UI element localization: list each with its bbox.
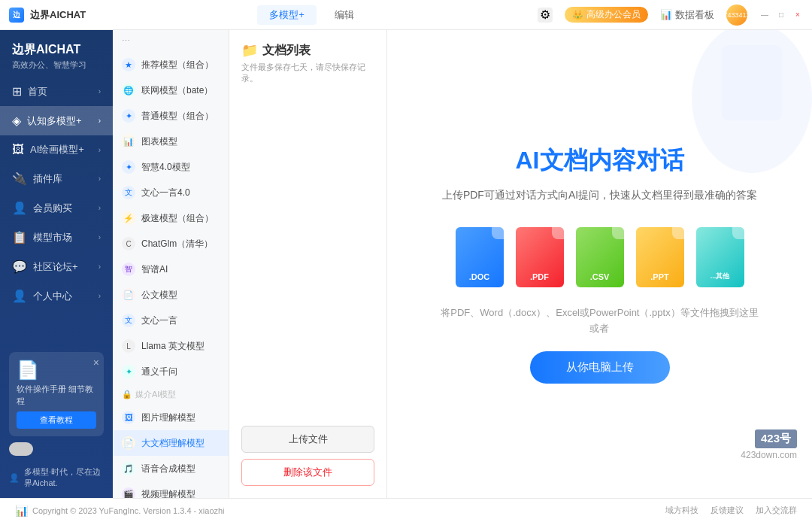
model-item-tts[interactable]: 🎵 语音合成模型 [113, 456, 229, 481]
avatar: 674334133 [726, 5, 747, 26]
preview-title-ai: AI [516, 147, 540, 174]
model-item-common[interactable]: ✦ 普通模型（组合） [113, 103, 229, 129]
footer-copyright-text: Copyright © 2023 YuFangInc. Version 1.3.… [32, 506, 225, 515]
model-item-docconvert[interactable]: 📄 大文档理解模型 [113, 430, 229, 456]
tutorial-close-button[interactable]: × [93, 357, 99, 369]
model-item-tongyi[interactable]: ✦ 通义千问 [113, 359, 229, 384]
chevron-icon: › [98, 233, 101, 241]
sidebar-item-membership[interactable]: 👤 会员购买 › [0, 193, 113, 223]
file-icon-ppt: .PPT [636, 227, 684, 287]
brand-title: 边界AICHAT [12, 42, 101, 58]
minimize-button[interactable]: — [759, 10, 770, 20]
footer-link-feedback[interactable]: 反馈建议 [710, 505, 744, 516]
sidebar-bottom: × 📄 软件操作手册 细节教程 查看教程 👤 多模型·时代，尽在边界Aichat… [0, 343, 113, 498]
market-label: 模型市场 [33, 231, 72, 244]
footer-link-community[interactable]: 加入交流群 [756, 505, 797, 516]
network-label: 联网模型（bate） [141, 84, 213, 97]
doc-panel: 📁 文档列表 文件最多保存七天，请尽快保存记录。 上传文件 删除该文件 [229, 30, 387, 498]
membership-icon: 👤 [12, 201, 27, 215]
sidebar-item-home[interactable]: ⊞ 首页 › [0, 77, 113, 106]
model-item-wenxin4[interactable]: 文 文心一言4.0 [113, 180, 229, 205]
title-bar-right: ⚙ 👑 高级办公会员 📊 数据看板 674334133 — □ × [538, 5, 803, 26]
model-item-network[interactable]: 🌐 联网模型（bate） [113, 77, 229, 103]
tab-edit[interactable]: 编辑 [323, 5, 366, 25]
chevron-icon: › [98, 263, 101, 271]
chart-model-icon: 📊 [122, 135, 135, 148]
data-panel-btn[interactable]: 📊 数据看板 [660, 8, 714, 22]
drop-text: 将PDF、Word（.docx）、Excel或PowerPoint（.pptx）… [441, 305, 758, 337]
model-item-llama[interactable]: L Llama 英文模型 [113, 333, 229, 359]
vip-label: 高级办公会员 [586, 8, 641, 21]
close-button[interactable]: × [792, 10, 803, 20]
model-item-official[interactable]: 📄 公文模型 [113, 282, 229, 308]
model-item-videounderstand[interactable]: 🎬 视频理解模型 [113, 481, 229, 498]
plugins-label: 插件库 [33, 172, 62, 186]
maximize-button[interactable]: □ [776, 10, 786, 20]
model-item-chatglm[interactable]: C ChatGlm（清华） [113, 231, 229, 256]
doc-list [241, 93, 374, 414]
model-section-top: ⋯ [113, 30, 229, 52]
chevron-icon: › [98, 175, 101, 183]
chatglm-label: ChatGlm（清华） [141, 238, 213, 250]
model-item-recommended[interactable]: ★ 推荐模型（组合） [113, 52, 229, 77]
paint-label: AI绘画模型+ [30, 143, 84, 156]
market-icon: 📋 [12, 230, 27, 244]
file-icon-misc: ...其他 [696, 227, 744, 287]
plugins-icon: 🔌 [12, 171, 27, 186]
wenxin-icon: 文 [122, 314, 135, 327]
smart40-label: 智慧4.0模型 [141, 161, 190, 174]
forum-label: 社区论坛+ [33, 260, 78, 274]
window-controls: — □ × [759, 10, 803, 20]
user-avatar-small: 👤 [9, 473, 20, 483]
model-item-wenxin[interactable]: 文 文心一言 [113, 308, 229, 333]
svg-rect-1 [722, 45, 782, 120]
sidebar-item-paint[interactable]: 🖼 AI绘画模型+ › [0, 135, 113, 164]
app-logo: 边 [9, 8, 24, 23]
recommended-icon: ★ [122, 58, 135, 71]
settings-icon[interactable]: ⚙ [538, 8, 553, 23]
title-bar-tabs: 多模型+ 编辑 [257, 5, 366, 25]
smart40-icon: ✦ [122, 160, 135, 174]
sidebar-bottom-text: 多模型·时代，尽在边界Aichat. [24, 466, 104, 489]
zhiai-label: 智谱AI [141, 263, 168, 276]
profile-label: 个人中心 [33, 290, 72, 303]
chart-model-label: 图表模型 [141, 135, 177, 148]
tutorial-btn[interactable]: 查看教程 [17, 411, 96, 429]
footer-link-company[interactable]: 域方科技 [665, 505, 698, 516]
chevron-icon: › [98, 117, 101, 125]
sidebar-item-profile[interactable]: 👤 个人中心 › [0, 281, 113, 311]
model-item-smart40[interactable]: ✦ 智慧4.0模型 [113, 154, 229, 180]
upload-from-pc-button[interactable]: 从你电脑上传 [530, 351, 670, 384]
sidebar-item-plugins[interactable]: 🔌 插件库 › [0, 164, 113, 193]
chatglm-icon: C [122, 237, 135, 250]
dark-mode-switch[interactable] [9, 442, 33, 456]
wenxin4-icon: 文 [122, 186, 135, 199]
llama-label: Llama 英文模型 [141, 340, 205, 353]
main-layout: 边界AICHAT 高效办公、智慧学习 ⊞ 首页 › ◈ 认知多模型+ › 🖼 A… [0, 30, 812, 498]
videounderstand-icon: 🎬 [122, 487, 135, 498]
network-icon: 🌐 [122, 83, 135, 97]
footer-chart-icon: 📊 [15, 505, 28, 517]
sidebar-item-forum[interactable]: 💬 社区论坛+ › [0, 252, 113, 281]
folder-icon: 📁 [241, 42, 258, 59]
user-info[interactable]: 674334133 [726, 5, 747, 26]
crown-icon: 👑 [572, 10, 583, 20]
sidebar-item-multimodel[interactable]: ◈ 认知多模型+ › [0, 106, 113, 135]
sidebar-item-market[interactable]: 📋 模型市场 › [0, 223, 113, 252]
imgunderstand-icon: 🖼 [122, 411, 135, 424]
tutorial-card: × 📄 软件操作手册 细节教程 查看教程 [9, 352, 104, 436]
tab-multimodel[interactable]: 多模型+ [257, 5, 317, 25]
model-item-zhiai[interactable]: 智 智谱AI [113, 256, 229, 282]
model-item-chart[interactable]: 📊 图表模型 [113, 129, 229, 154]
vip-badge[interactable]: 👑 高级办公会员 [565, 7, 648, 23]
media-section-header: 🔒 媒介AI模型 [113, 384, 229, 405]
chevron-icon: › [98, 292, 101, 300]
watermark: 423号 423down.com [741, 429, 797, 460]
delete-file-button[interactable]: 删除该文件 [241, 459, 374, 486]
brand-subtitle: 高效办公、智慧学习 [12, 59, 101, 71]
chart-icon: 📊 [660, 9, 672, 20]
upload-file-button[interactable]: 上传文件 [241, 426, 374, 453]
model-item-imgunderstand[interactable]: 🖼 图片理解模型 [113, 405, 229, 430]
model-item-speed[interactable]: ⚡ 极速模型（组合） [113, 205, 229, 231]
doc-panel-title: 📁 文档列表 [241, 42, 374, 59]
